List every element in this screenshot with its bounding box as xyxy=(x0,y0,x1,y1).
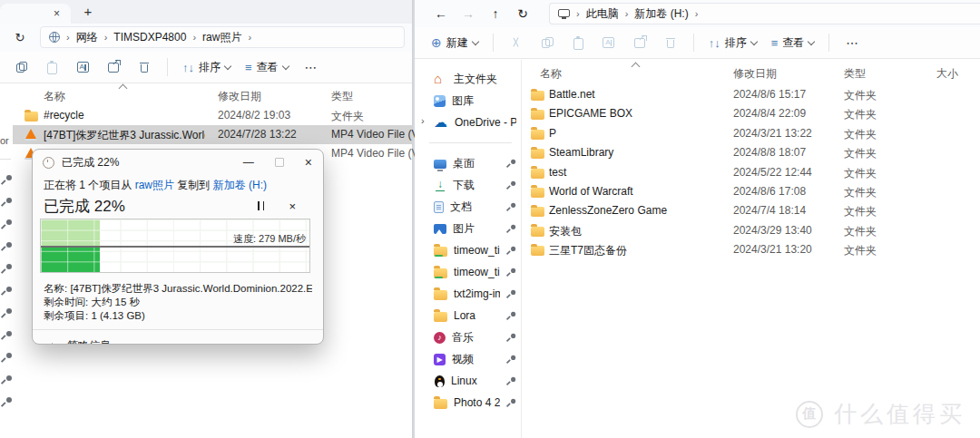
column-date[interactable]: 修改日期 xyxy=(733,66,777,82)
rename-button[interactable] xyxy=(67,54,98,80)
folder-icon xyxy=(531,207,544,217)
back-icon[interactable]: ← xyxy=(427,6,455,21)
sidebar-item-视频[interactable]: 视频 xyxy=(415,348,521,370)
pin-icon xyxy=(507,246,515,254)
chevron-right-icon[interactable]: › xyxy=(421,115,425,126)
sidebar-item-txt2img-image[interactable]: txt2img-image xyxy=(415,283,521,305)
sidebar-item-onedrive-persor[interactable]: ›OneDrive - Persor xyxy=(415,112,521,133)
column-name[interactable]: 名称 xyxy=(44,89,65,104)
breadcrumb-item[interactable]: 网络 xyxy=(76,30,98,45)
file-row[interactable]: EPICGAME BOX2024/8/4 22:09文件夹 xyxy=(522,104,980,123)
view-button[interactable]: ≡ 查看 xyxy=(764,30,822,55)
new-button[interactable]: ⊕ 新建 xyxy=(424,30,485,55)
new-tab-button[interactable]: + xyxy=(78,3,98,21)
dialog-title-bar[interactable]: 已完成 22% — × xyxy=(33,150,323,173)
sidebar-item-文档[interactable]: 文档 xyxy=(415,196,521,218)
file-row[interactable]: World of Warcraft2024/8/6 17:08文件夹 xyxy=(522,182,980,201)
delete-button[interactable] xyxy=(129,54,160,80)
breadcrumb-item[interactable]: raw照片 xyxy=(202,30,241,45)
share-button[interactable] xyxy=(98,54,129,80)
refresh-icon[interactable]: ↻ xyxy=(11,29,29,47)
sidebar-item-linux[interactable]: Linux xyxy=(415,370,521,392)
file-row[interactable]: [47BT]侏罗纪世界3 Jurassic.World.Dominion....… xyxy=(13,125,412,144)
pin-icon xyxy=(507,180,515,189)
sidebar-item-音乐[interactable]: 音乐 xyxy=(415,326,521,348)
sidebar-item-桌面[interactable]: 桌面 xyxy=(415,152,521,174)
tab-bar: × + xyxy=(0,0,412,24)
copy-button[interactable] xyxy=(5,54,36,80)
column-name[interactable]: 名称 xyxy=(540,66,562,82)
breadcrumb-item[interactable]: TIMSDXP4800 xyxy=(113,31,186,44)
view-button[interactable]: ≡ 查看 xyxy=(238,54,296,80)
file-name: World of Warcraft xyxy=(549,185,726,198)
toolbar-left: ↑↓ 排序 ≡ 查看 ⋯ xyxy=(0,52,412,83)
breadcrumb-item[interactable]: 此电脑 xyxy=(586,6,619,22)
sidebar-item-下载[interactable]: 下载 xyxy=(415,174,521,196)
toolbar-divider xyxy=(828,34,829,52)
sort-label: 排序 xyxy=(725,35,747,51)
sort-ascending-icon xyxy=(632,63,641,72)
cancel-icon[interactable]: × xyxy=(289,200,296,212)
folder-icon xyxy=(531,227,544,237)
folder-icon xyxy=(531,246,544,256)
sidebar-item-图片[interactable]: 图片 xyxy=(415,218,521,239)
sort-button[interactable]: ↑↓ 排序 xyxy=(701,30,764,55)
fewer-details-toggle[interactable]: 简略信息 xyxy=(33,330,323,345)
sidebar-item-图库[interactable]: 图库 xyxy=(415,90,521,112)
address-bar[interactable]: › 此电脑›新加卷 (H:)› xyxy=(549,3,980,24)
sidebar-item-label: timeow_timeov xyxy=(454,266,500,278)
refresh-icon[interactable]: ↻ xyxy=(509,6,536,21)
folder-icon xyxy=(434,290,447,300)
column-type[interactable]: 类型 xyxy=(844,66,866,82)
file-row[interactable]: Battle.net2024/8/6 15:17文件夹 xyxy=(522,85,980,104)
pin-icon xyxy=(2,175,12,185)
detail-time-remaining: 剩余时间: 大约 15 秒 xyxy=(44,296,312,309)
up-icon[interactable]: ↑ xyxy=(482,6,509,21)
desktop-icon xyxy=(434,160,446,169)
pin-icon xyxy=(507,268,515,276)
column-type[interactable]: 类型 xyxy=(331,89,353,104)
view-icon: ≡ xyxy=(771,37,779,49)
file-row[interactable]: test2024/5/22 12:44文件夹 xyxy=(522,163,980,182)
sidebar-item-主文件夹[interactable]: 主文件夹 xyxy=(415,68,521,90)
pin-icon xyxy=(507,224,515,232)
file-row[interactable]: SteamLibrary2024/8/8 18:07文件夹 xyxy=(522,143,980,162)
watermark-badge: 值 xyxy=(796,401,823,428)
speed-label: 速度: 279 MB/秒 xyxy=(233,232,306,246)
file-row[interactable]: 安装包2024/3/29 13:40文件夹 xyxy=(522,221,980,240)
column-size[interactable]: 大小 xyxy=(936,66,958,82)
pause-icon[interactable] xyxy=(258,201,264,210)
sidebar-item-timeow-timeov[interactable]: timeow_timeov xyxy=(415,239,521,261)
minimize-icon[interactable]: — xyxy=(243,156,254,169)
sort-button[interactable]: ↑↓ 排序 xyxy=(175,54,238,80)
breadcrumb-item[interactable]: 新加卷 (H:) xyxy=(634,6,688,22)
file-row[interactable]: 三星T7固态备份2024/3/21 13:20文件夹 xyxy=(522,240,980,259)
file-name: 三星T7固态备份 xyxy=(549,243,726,258)
file-name: EPICGAME BOX xyxy=(549,107,726,120)
address-bar[interactable]: › 网络›TIMSDXP4800›raw照片› xyxy=(40,26,405,48)
source-link[interactable]: raw照片 xyxy=(135,179,174,191)
close-icon[interactable]: × xyxy=(305,156,312,169)
tab-close-icon[interactable]: × xyxy=(54,8,60,19)
sidebar-item-timeow-timeov[interactable]: timeow_timeov xyxy=(415,261,521,283)
chevron-up-icon xyxy=(48,343,57,345)
tab-active[interactable]: × xyxy=(0,4,71,24)
file-row[interactable]: ZenlessZoneZero Game2024/7/4 18:14文件夹 xyxy=(522,201,980,220)
file-name: ZenlessZoneZero Game xyxy=(549,204,726,217)
file-date: 2024/5/22 12:44 xyxy=(733,166,812,179)
sidebar-item-photo-4-20230[interactable]: Photo 4 20230 xyxy=(415,392,521,414)
video-icon xyxy=(434,354,446,365)
desktop: × + ↻ › 网络›TIMSDXP4800›raw照片› ↑↓ 排序 xyxy=(0,0,980,438)
destination-link[interactable]: 新加卷 (H:) xyxy=(213,179,267,191)
plus-icon: ⊕ xyxy=(431,36,442,49)
percent-complete-headline: 已完成 22% xyxy=(44,196,125,217)
pin-icon xyxy=(507,159,515,167)
file-row[interactable]: P2024/3/21 13:22文件夹 xyxy=(522,124,980,143)
more-button[interactable]: ⋯ xyxy=(296,60,328,74)
file-row[interactable]: #recycle2024/8/2 19:03文件夹 xyxy=(13,106,412,125)
column-date[interactable]: 修改日期 xyxy=(218,89,261,104)
folder-icon xyxy=(531,149,544,159)
sidebar-item-lora[interactable]: Lora xyxy=(415,305,521,326)
toolbar-divider xyxy=(493,34,494,52)
more-button[interactable]: ⋯ xyxy=(837,35,868,50)
